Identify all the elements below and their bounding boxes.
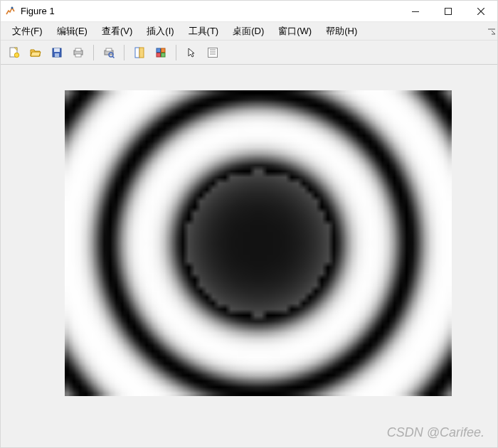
insert-colorbar-icon — [154, 46, 167, 59]
maximize-button[interactable] — [432, 1, 465, 22]
svg-rect-7 — [54, 48, 60, 52]
print-preview-button[interactable] — [100, 43, 118, 62]
svg-rect-21 — [161, 53, 166, 57]
menubar: 文件(F) 编辑(E) 查看(V) 插入(I) 工具(T) 桌面(D) 窗口(W… — [1, 22, 497, 41]
link-icon — [133, 46, 146, 59]
toolbar — [1, 41, 497, 65]
plot-tools-button[interactable] — [203, 43, 222, 62]
menu-view[interactable]: 查看(V) — [95, 23, 139, 40]
new-figure-button[interactable] — [5, 43, 23, 62]
menu-tools[interactable]: 工具(T) — [181, 23, 226, 40]
svg-rect-17 — [139, 48, 144, 58]
menu-file[interactable]: 文件(F) — [5, 23, 50, 40]
svg-rect-18 — [157, 48, 161, 53]
toolbar-separator — [176, 45, 176, 60]
svg-rect-16 — [135, 48, 139, 58]
menu-overflow-icon[interactable] — [487, 27, 496, 36]
plot-tools-icon — [206, 46, 219, 59]
pointer-icon — [185, 46, 198, 59]
open-button[interactable] — [26, 43, 45, 62]
svg-rect-11 — [75, 54, 81, 57]
figure-window: Figure 1 文件(F) 编辑(E) 查看(V) 插入(I) 工具(T) 桌… — [0, 0, 498, 448]
open-icon — [29, 46, 42, 59]
svg-line-15 — [112, 56, 115, 58]
print-preview-icon — [102, 46, 115, 59]
print-button[interactable] — [69, 43, 88, 62]
toolbar-separator — [124, 45, 124, 60]
close-button[interactable] — [465, 1, 497, 22]
watermark: CSDN @Carifee. — [387, 425, 484, 440]
print-icon — [72, 46, 85, 59]
image-plot — [65, 90, 452, 396]
edit-plot-button[interactable] — [182, 43, 201, 62]
svg-rect-2 — [445, 8, 452, 14]
menu-edit[interactable]: 编辑(E) — [50, 23, 95, 40]
menu-insert[interactable]: 插入(I) — [139, 23, 181, 40]
svg-rect-20 — [157, 53, 161, 57]
save-icon — [51, 46, 63, 59]
menu-help[interactable]: 帮助(H) — [319, 23, 364, 40]
svg-rect-19 — [161, 48, 166, 53]
minimize-button[interactable] — [399, 1, 432, 22]
svg-rect-22 — [208, 48, 218, 57]
svg-point-5 — [14, 53, 18, 57]
menu-desktop[interactable]: 桌面(D) — [226, 23, 271, 40]
svg-point-0 — [11, 6, 14, 9]
svg-rect-13 — [106, 48, 112, 51]
matlab-figure-icon — [5, 6, 16, 17]
link-axes-button[interactable] — [130, 43, 149, 62]
save-button[interactable] — [48, 43, 66, 62]
svg-rect-8 — [55, 53, 59, 57]
window-title: Figure 1 — [21, 6, 55, 16]
titlebar: Figure 1 — [1, 1, 497, 22]
toolbar-separator — [93, 45, 94, 60]
new-figure-icon — [8, 46, 21, 59]
svg-rect-10 — [75, 48, 81, 51]
axes[interactable] — [65, 90, 452, 396]
figure-canvas-area: CSDN @Carifee. — [1, 65, 497, 447]
insert-colorbar-button[interactable] — [152, 43, 170, 62]
svg-rect-1 — [412, 11, 419, 12]
menu-window[interactable]: 窗口(W) — [271, 23, 319, 40]
